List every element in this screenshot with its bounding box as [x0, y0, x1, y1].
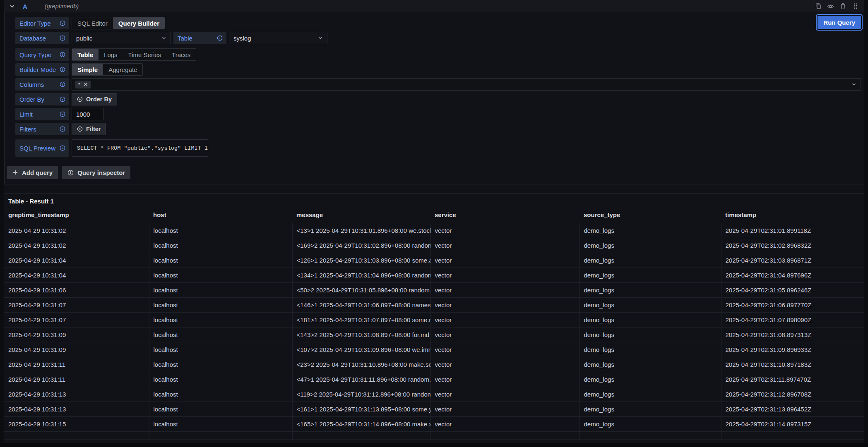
table-cell-host: localhost — [149, 238, 292, 253]
table-cell-host: localhost — [149, 402, 292, 417]
info-icon[interactable] — [217, 35, 223, 41]
plus-icon — [12, 170, 18, 175]
run-query-button[interactable]: Run Query — [818, 16, 861, 29]
eye-icon[interactable] — [827, 3, 834, 10]
info-icon[interactable] — [60, 67, 65, 72]
table-cell-service: vector — [430, 327, 579, 342]
info-icon[interactable] — [60, 126, 65, 132]
results-panel: Table - Result 1 greptime_timestamp host… — [4, 193, 864, 440]
table-cell-timestamp: 2025-04-29T02:31:14.897315Z — [721, 417, 864, 432]
columns-multiselect[interactable]: * — [72, 78, 861, 91]
table-cell-message: <146>1 2025-04-29T10:31:06.897+08:00 nam… — [292, 298, 430, 313]
table-cell-timestamp: 2025-04-29T02:31:09.896933Z — [721, 342, 864, 357]
table-cell-host: localhost — [149, 372, 292, 387]
table-cell-host: localhost — [149, 313, 292, 327]
results-table-body: 2025-04-29 10:31:02localhost<13>1 2025-0… — [4, 223, 864, 440]
limit-input[interactable] — [72, 108, 104, 120]
table-cell-source_type: demo_logs — [579, 253, 721, 268]
query-editor-page: A (greptimedb) — [4, 0, 864, 443]
query-type-option-table[interactable]: Table — [72, 49, 99, 60]
query-ref-id[interactable]: A — [23, 3, 27, 10]
table-cell-timestamp: 2025-04-29T02:31:05.896246Z — [721, 283, 864, 298]
table-cell-source_type: demo_logs — [579, 268, 721, 283]
query-type-option-time-series[interactable]: Time Series — [123, 49, 166, 60]
table-select[interactable]: syslog — [229, 32, 327, 44]
table-cell-service: vector — [430, 238, 579, 253]
query-type-label: Query Type — [15, 48, 69, 61]
chevron-down-icon — [161, 36, 166, 41]
column-header-service[interactable]: service — [430, 206, 579, 223]
results-title: Table - Result 1 — [4, 196, 864, 206]
table-cell-timestamp: 2025-04-29T02:31:08.897313Z — [721, 327, 864, 342]
table-row: 2025-04-29 10:31:04localhost<126>1 2025-… — [4, 253, 864, 268]
query-type-option-traces[interactable]: Traces — [166, 49, 196, 60]
table-cell-message: <169>2 2025-04-29T10:31:02.896+08:00 ran… — [292, 238, 430, 253]
table-cell-service: vector — [430, 253, 579, 268]
table-cell-host: localhost — [149, 283, 292, 298]
add-order-by-button[interactable]: Order By — [72, 93, 117, 105]
query-inspector-button[interactable]: Query inspector — [62, 166, 130, 179]
builder-mode-option-simple[interactable]: Simple — [72, 64, 103, 75]
table-cell-greptime_timestamp: 2025-04-29 10:31:11 — [4, 372, 149, 387]
query-type-option-logs[interactable]: Logs — [99, 49, 123, 60]
table-cell-source_type: demo_logs — [579, 387, 721, 402]
editor-type-option-sql-editor[interactable]: SQL Editor — [72, 17, 113, 29]
editor-type-row: Editor Type SQL Editor Query Builder — [15, 17, 864, 29]
table-cell-timestamp: 2025-04-29T02:31:03.896871Z — [721, 253, 864, 268]
filters-label: Filters — [15, 123, 69, 135]
table-row: 2025-04-29 10:31:06localhost<50>2 2025-0… — [4, 283, 864, 298]
add-query-button[interactable]: Add query — [7, 166, 58, 179]
table-cell-source_type: demo_logs — [579, 298, 721, 313]
chevron-down-icon — [318, 36, 323, 41]
table-cell-message: <126>1 2025-04-29T10:31:03.896+08:00 som… — [292, 253, 430, 268]
database-table-row: Database public Table syslog — [15, 32, 864, 44]
table-cell-greptime_timestamp: 2025-04-29 10:31:06 — [4, 283, 149, 298]
close-icon[interactable] — [84, 82, 88, 86]
table-row: 2025-04-29 10:31:13localhost<119>2 2025-… — [4, 387, 864, 402]
add-filter-button[interactable]: Filter — [72, 123, 106, 135]
column-header-timestamp[interactable]: timestamp — [721, 206, 864, 223]
table-cell-greptime_timestamp: 2025-04-29 10:31:11 — [4, 357, 149, 372]
query-row-header: A (greptimedb) — [4, 0, 864, 12]
table-cell-source_type: demo_logs — [579, 417, 721, 432]
info-icon[interactable] — [60, 20, 65, 26]
table-cell-greptime_timestamp: 2025-04-29 10:31:07 — [4, 313, 149, 327]
table-cell-greptime_timestamp: 2025-04-29 10:31:13 — [4, 402, 149, 417]
info-icon[interactable] — [60, 52, 65, 57]
editor-type-option-query-builder[interactable]: Query Builder — [113, 17, 165, 29]
database-label: Database — [15, 32, 69, 44]
column-header-source-type[interactable]: source_type — [579, 206, 721, 223]
table-cell-host: localhost — [149, 357, 292, 372]
table-cell-greptime_timestamp: 2025-04-29 10:31:15 — [4, 417, 149, 432]
column-header-greptime-timestamp[interactable]: greptime_timestamp — [4, 206, 149, 223]
column-header-host[interactable]: host — [149, 206, 292, 223]
table-cell-service: vector — [430, 223, 579, 238]
query-builder-form: Editor Type SQL Editor Query Builder Dat… — [4, 12, 864, 184]
builder-mode-option-aggregate[interactable]: Aggregate — [103, 64, 142, 75]
table-cell-greptime_timestamp: 2025-04-29 10:31:02 — [4, 223, 149, 238]
info-icon[interactable] — [60, 111, 65, 117]
table-cell-service: vector — [430, 268, 579, 283]
copy-icon[interactable] — [815, 3, 822, 10]
column-header-message[interactable]: message — [292, 206, 430, 223]
table-cell-message: <143>2 2025-04-29T10:31:08.897+08:00 for… — [292, 327, 430, 342]
table-cell-greptime_timestamp: 2025-04-29 10:31:02 — [4, 238, 149, 253]
info-icon[interactable] — [60, 145, 65, 151]
drag-handle-icon[interactable] — [852, 3, 859, 10]
table-cell-timestamp: 2025-04-29T02:31:04.897696Z — [721, 268, 864, 283]
editor-type-label: Editor Type — [15, 17, 69, 29]
table-row: 2025-04-29 10:31:07localhost<181>1 2025-… — [4, 313, 864, 327]
chevron-down-icon[interactable] — [10, 3, 15, 9]
chevron-down-icon — [851, 82, 856, 87]
info-icon[interactable] — [60, 35, 65, 41]
table-cell-message: <107>2 2025-04-29T10:31:09.896+08:00 we.… — [292, 342, 430, 357]
table-cell-timestamp: 2025-04-29T02:31:01.899118Z — [721, 223, 864, 238]
info-icon[interactable] — [60, 96, 65, 102]
table-cell-service: vector — [430, 298, 579, 313]
query-type-row: Query Type Table Logs Time Series Traces — [15, 48, 864, 61]
editor-footer: Add query Query inspector — [7, 166, 864, 179]
info-icon[interactable] — [60, 81, 65, 87]
database-select[interactable]: public — [72, 32, 171, 44]
table-row: 2025-04-29 10:31:11localhost<23>2 2025-0… — [4, 357, 864, 372]
trash-icon[interactable] — [839, 3, 846, 10]
